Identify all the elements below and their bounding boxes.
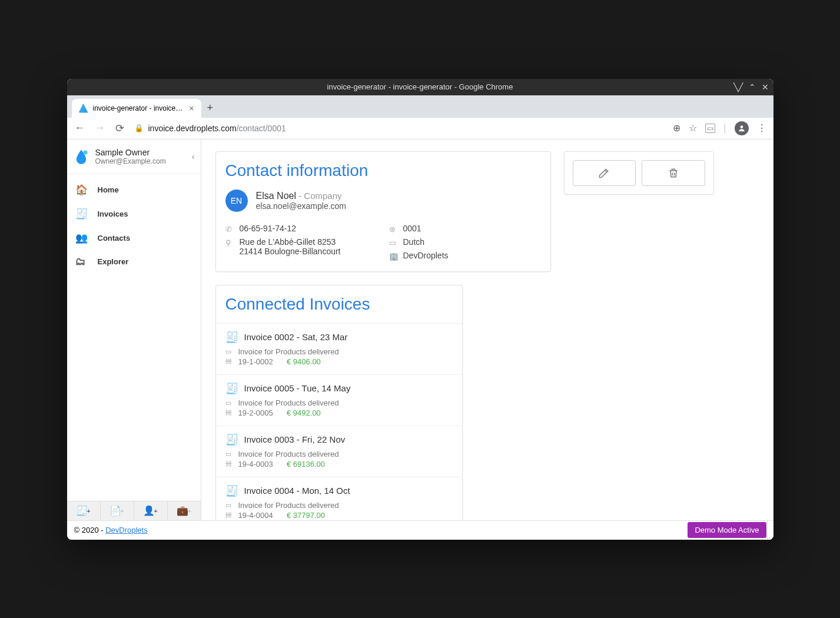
invoice-ref: 19-1-0002: [238, 357, 273, 366]
nav-contacts[interactable]: 👥 Contacts: [67, 226, 201, 250]
invoices-heading: Connected Invoices: [216, 285, 462, 323]
document-icon: 🧾: [225, 484, 238, 497]
contact-address: ⚲Rue de L'Abbé-Gillet 825321414 Boulogne…: [225, 237, 377, 261]
invoice-desc: Invoice for Products delivered: [238, 450, 339, 458]
label-icon: ▭: [225, 399, 234, 407]
owner-panel[interactable]: Sample Owner Owner@Example.com ‹: [67, 139, 201, 174]
zoom-icon[interactable]: ⊕: [673, 122, 680, 134]
address-bar: ← → ⟳ 🔒 invoice.devdroplets.com/contact/…: [67, 118, 773, 139]
new-receipt-button[interactable]: 📄+: [101, 501, 134, 520]
language-icon: ▭: [389, 238, 397, 247]
browser-menu-icon[interactable]: ⋮: [757, 122, 766, 134]
edit-button[interactable]: [573, 160, 636, 186]
label-icon: ▭: [225, 450, 234, 458]
home-icon: 🏠: [75, 184, 88, 196]
tab-strip: invoice-generator - invoice-ge × +: [67, 95, 773, 118]
new-invoice-button[interactable]: 🧾+: [67, 501, 101, 520]
collapse-sidebar-icon[interactable]: ‹: [192, 152, 195, 161]
sidebar: Sample Owner Owner@Example.com ‹ 🏠 Home …: [67, 139, 201, 540]
footer-link[interactable]: DevDroplets: [105, 526, 148, 534]
owner-email: Owner@Example.com: [95, 157, 186, 165]
reload-button[interactable]: ⟳: [114, 122, 126, 135]
invoice-item[interactable]: 🧾 Invoice 0005 - Tue, 14 May ▭Invoice fo…: [216, 374, 462, 426]
label-icon: ▭: [225, 501, 234, 509]
invoice-title: Invoice 0004 - Mon, 14 Oct: [244, 486, 350, 496]
extension-icon[interactable]: ▭: [705, 124, 715, 133]
invoice-item[interactable]: 🧾 Invoice 0003 - Fri, 22 Nov ▭Invoice fo…: [216, 426, 462, 477]
invoice-amount: € 9492.00: [287, 408, 321, 417]
url-input[interactable]: 🔒 invoice.devdroplets.com/contact/0001: [134, 124, 665, 133]
tally-icon: 卌: [225, 511, 234, 520]
app-logo-icon: [73, 148, 89, 165]
document-icon: 🧾: [225, 382, 238, 395]
contact-id: ⊛0001: [389, 224, 541, 234]
invoice-title: Invoice 0002 - Sat, 23 Mar: [244, 332, 348, 342]
contact-phone: ✆06-65-91-74-12: [225, 224, 377, 234]
demo-mode-badge: Demo Mode Active: [688, 522, 766, 538]
invoice-icon: 🧾: [75, 208, 88, 220]
delete-button[interactable]: [642, 160, 705, 186]
invoice-title: Invoice 0005 - Tue, 14 May: [244, 383, 351, 393]
invoice-title: Invoice 0003 - Fri, 22 Nov: [244, 434, 346, 444]
footer: © 2020 - DevDroplets Demo Mode Active: [67, 520, 773, 540]
window-maximize-icon[interactable]: ⌃: [749, 82, 756, 92]
browser-tab[interactable]: invoice-generator - invoice-ge ×: [72, 99, 201, 118]
tally-icon: 卌: [225, 408, 234, 417]
label-icon: ▭: [225, 348, 234, 355]
invoice-desc: Invoice for Products delivered: [238, 347, 339, 356]
invoice-amount: € 69136.00: [287, 460, 325, 469]
document-icon: 🧾: [225, 331, 238, 344]
invoice-desc: Invoice for Products delivered: [238, 398, 339, 407]
contact-language: ▭Dutch: [389, 237, 541, 247]
forward-button[interactable]: →: [94, 122, 106, 134]
contact-card: Contact information EN Elsa Noel - Compa…: [215, 151, 551, 272]
contact-avatar: EN: [225, 190, 248, 212]
phone-icon: ✆: [225, 225, 234, 234]
nav-invoices[interactable]: 🧾 Invoices: [67, 202, 201, 226]
tally-icon: 卌: [225, 357, 234, 366]
contact-org: 🏢DevDroplets: [389, 251, 541, 261]
edit-icon: [598, 167, 610, 179]
bottom-toolbar: 🧾+ 📄+ 👤+ 💼+: [67, 501, 201, 520]
new-contact-button[interactable]: 👤+: [134, 501, 168, 520]
contacts-icon: 👥: [75, 232, 88, 244]
pin-icon: ⚲: [225, 238, 234, 247]
id-icon: ⊛: [389, 225, 397, 234]
window-minimize-icon[interactable]: ╲╱: [733, 82, 743, 92]
new-folder-button[interactable]: 💼+: [168, 501, 201, 520]
contact-email: elsa.noel@example.com: [256, 201, 347, 211]
new-tab-button[interactable]: +: [201, 98, 220, 118]
owner-name: Sample Owner: [95, 148, 186, 157]
lock-icon: 🔒: [134, 124, 144, 132]
explorer-icon: 🗂: [75, 256, 88, 268]
window-close-icon[interactable]: ✕: [762, 82, 769, 92]
invoice-ref: 19-2-0005: [238, 408, 273, 417]
invoice-amount: € 9406.00: [287, 357, 321, 366]
bookmark-icon[interactable]: ☆: [689, 122, 697, 134]
tab-favicon-icon: [79, 104, 88, 113]
document-icon: 🧾: [225, 433, 238, 446]
window-titlebar: invoice-generator - invoice-generator - …: [67, 79, 773, 95]
window-title: invoice-generator - invoice-generator - …: [327, 82, 513, 91]
invoice-ref: 19-4-0003: [238, 460, 273, 469]
nav-home[interactable]: 🏠 Home: [67, 178, 201, 202]
invoice-item[interactable]: 🧾 Invoice 0002 - Sat, 23 Mar ▭Invoice fo…: [216, 323, 462, 374]
tab-title: invoice-generator - invoice-ge: [93, 104, 185, 112]
actions-card: [564, 151, 714, 195]
svg-point-0: [740, 125, 743, 128]
building-icon: 🏢: [389, 252, 397, 261]
invoice-ref: 19-4-0004: [238, 511, 273, 520]
contact-heading: Contact information: [216, 152, 550, 190]
tab-close-icon[interactable]: ×: [189, 104, 194, 113]
connected-invoices-card: Connected Invoices 🧾 Invoice 0002 - Sat,…: [215, 285, 463, 529]
invoice-desc: Invoice for Products delivered: [238, 501, 339, 510]
trash-icon: [668, 167, 679, 179]
back-button[interactable]: ←: [74, 122, 86, 134]
main-content: Contact information EN Elsa Noel - Compa…: [201, 139, 773, 540]
tally-icon: 卌: [225, 460, 234, 469]
invoice-amount: € 37797.00: [287, 511, 325, 520]
contact-name: Elsa Noel - Company: [256, 191, 347, 201]
svg-point-1: [83, 150, 87, 154]
profile-avatar-icon[interactable]: [735, 121, 749, 135]
nav-explorer[interactable]: 🗂 Explorer: [67, 250, 201, 274]
